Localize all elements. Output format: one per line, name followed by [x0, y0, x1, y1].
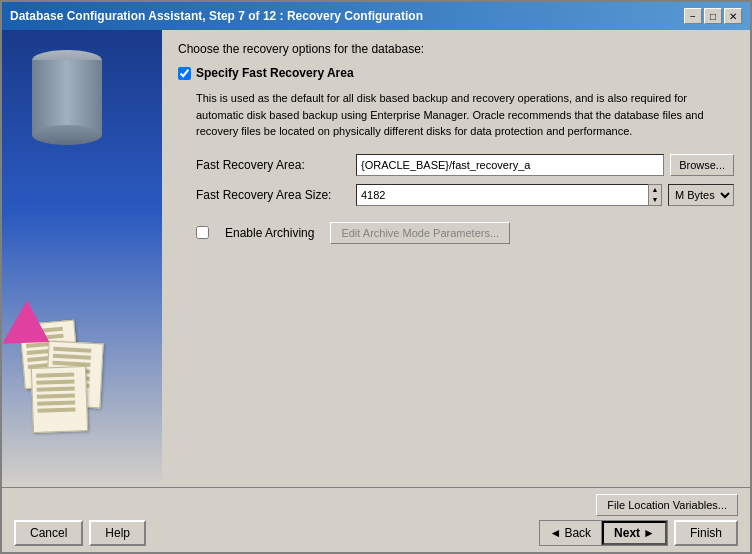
size-unit-select[interactable]: M Bytes G Bytes	[668, 184, 734, 206]
specify-fast-recovery-label[interactable]: Specify Fast Recovery Area	[196, 66, 354, 80]
instruction-text: Choose the recovery options for the data…	[178, 42, 734, 56]
document-3	[31, 366, 88, 433]
right-panel: Choose the recovery options for the data…	[162, 30, 750, 487]
database-cylinder	[32, 50, 102, 140]
size-spinner: ▲ ▼	[648, 184, 662, 206]
enable-archiving-row: Enable Archiving Edit Archive Mode Param…	[196, 222, 734, 244]
edit-archive-button[interactable]: Edit Archive Mode Parameters...	[330, 222, 510, 244]
size-input-group: ▲ ▼	[356, 184, 662, 206]
size-decrement-button[interactable]: ▼	[649, 195, 661, 205]
fast-recovery-area-label: Fast Recovery Area:	[196, 158, 356, 172]
content-area: Choose the recovery options for the data…	[2, 30, 750, 487]
minimize-button[interactable]: −	[684, 8, 702, 24]
specify-fast-recovery-row: Specify Fast Recovery Area	[178, 66, 734, 80]
close-button[interactable]: ✕	[724, 8, 742, 24]
specify-fast-recovery-checkbox[interactable]	[178, 67, 191, 80]
back-arrow-icon: ◄	[550, 526, 562, 540]
finish-button[interactable]: Finish	[674, 520, 738, 546]
title-bar-buttons: − □ ✕	[684, 8, 742, 24]
back-label: Back	[564, 526, 591, 540]
next-arrow-icon: ►	[643, 526, 655, 540]
bottom-bar: File Location Variables... Cancel Help ◄…	[2, 487, 750, 552]
cylinder-body	[32, 60, 102, 135]
back-next-group: ◄ Back Next ►	[539, 520, 668, 546]
cancel-button[interactable]: Cancel	[14, 520, 83, 546]
nav-right-group: ◄ Back Next ► Finish	[539, 520, 739, 546]
fast-recovery-area-input[interactable]	[356, 154, 664, 176]
window-title: Database Configuration Assistant, Step 7…	[10, 9, 423, 23]
navigation-row: Cancel Help ◄ Back Next ► Finish	[14, 520, 738, 546]
description-text: This is used as the default for all disk…	[196, 90, 734, 140]
next-label: Next	[614, 526, 640, 540]
file-location-row: File Location Variables...	[14, 494, 738, 516]
fast-recovery-size-input[interactable]	[356, 184, 649, 206]
title-bar: Database Configuration Assistant, Step 7…	[2, 2, 750, 30]
enable-archiving-label[interactable]: Enable Archiving	[225, 226, 314, 240]
left-panel	[2, 30, 162, 487]
help-button[interactable]: Help	[89, 520, 146, 546]
next-button[interactable]: Next ►	[602, 521, 667, 545]
browse-button[interactable]: Browse...	[670, 154, 734, 176]
back-button[interactable]: ◄ Back	[540, 521, 603, 545]
enable-archiving-checkbox[interactable]	[196, 226, 209, 239]
nav-left-group: Cancel Help	[14, 520, 146, 546]
file-location-button[interactable]: File Location Variables...	[596, 494, 738, 516]
main-window: Database Configuration Assistant, Step 7…	[0, 0, 752, 554]
fast-recovery-size-row: Fast Recovery Area Size: ▲ ▼ M Bytes G B…	[196, 184, 734, 206]
fast-recovery-area-row: Fast Recovery Area: Browse...	[196, 154, 734, 176]
size-increment-button[interactable]: ▲	[649, 185, 661, 195]
decorative-image	[2, 30, 162, 487]
maximize-button[interactable]: □	[704, 8, 722, 24]
cylinder-bottom	[32, 125, 102, 145]
fast-recovery-size-label: Fast Recovery Area Size:	[196, 188, 356, 202]
